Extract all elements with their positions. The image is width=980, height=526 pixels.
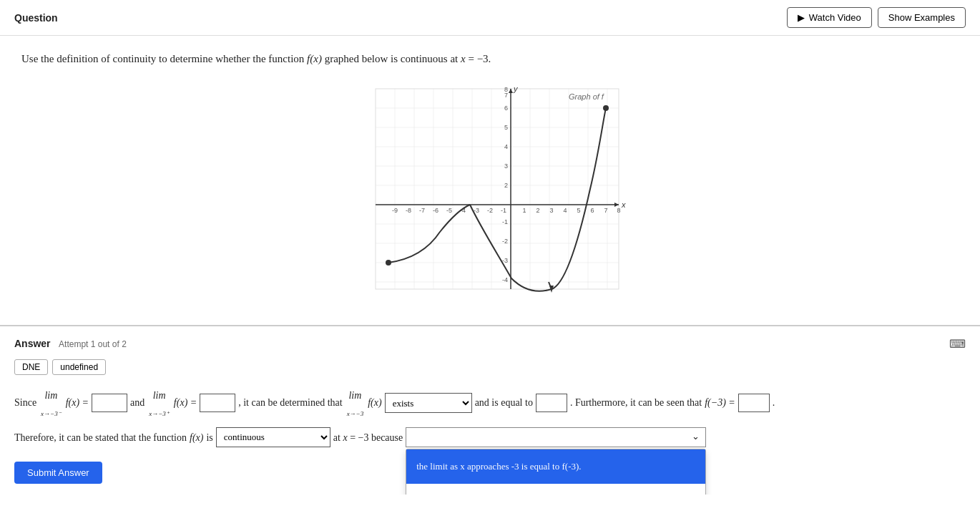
svg-point-57 [386, 260, 391, 266]
svg-text:4: 4 [504, 143, 508, 150]
svg-text:-2: -2 [487, 207, 493, 214]
keyboard-icon[interactable]: ⌨ [949, 337, 966, 351]
exists-select[interactable]: exists does not exist [385, 393, 472, 413]
svg-text:6: 6 [504, 104, 508, 112]
svg-text:6: 6 [590, 207, 594, 214]
svg-text:-8: -8 [406, 207, 411, 214]
svg-text:8: 8 [504, 86, 508, 93]
svg-point-58 [603, 105, 609, 111]
svg-text:1: 1 [522, 207, 526, 214]
lim3-notation: lim x→−3 [347, 385, 364, 422]
answer-section: Answer Attempt 1 out of 2 ⌨ DNE undefine… [0, 325, 980, 495]
svg-rect-0 [376, 89, 619, 289]
submit-button[interactable]: Submit Answer [14, 462, 102, 484]
answer-row-2: Therefore, it can be stated that the fun… [14, 427, 966, 449]
dropdown-display[interactable]: ⌄ [406, 427, 706, 447]
undefined-button[interactable]: undefined [52, 359, 106, 375]
answer-header: Answer Attempt 1 out of 2 ⌨ [14, 337, 966, 351]
page-header: Question ▶ Watch Video Show Examples [0, 0, 980, 36]
is-label: is [206, 427, 212, 449]
func3-label: f(x) [368, 392, 381, 414]
svg-text:8: 8 [617, 207, 620, 214]
it-can-text: , it can be determined that [238, 392, 342, 414]
answer-title: Answer [14, 338, 51, 349]
since-text: Since [14, 392, 36, 414]
header-buttons: ▶ Watch Video Show Examples [787, 7, 966, 28]
and-text-1: and [130, 392, 144, 414]
watch-video-button[interactable]: ▶ Watch Video [787, 7, 872, 28]
continuity-select[interactable]: continuous discontinuous [216, 427, 330, 447]
limit-value-input[interactable] [536, 394, 567, 412]
svg-text:2: 2 [504, 182, 508, 189]
function-graph: x y -9 -8 -7 -6 -5 -4 -3 -2 -1 1 2 [354, 82, 626, 303]
svg-text:-5: -5 [446, 207, 452, 214]
special-buttons-row: DNE undefined [14, 359, 966, 375]
svg-text:-7: -7 [419, 207, 425, 214]
graph-container: x y -9 -8 -7 -6 -5 -4 -3 -2 -1 1 2 [21, 82, 959, 303]
furthermore-text: . Furthermore, it can be seen that [570, 392, 702, 414]
dne-button[interactable]: DNE [14, 359, 48, 375]
svg-text:-4: -4 [502, 276, 508, 283]
svg-text:7: 7 [604, 207, 607, 214]
therefore-text: Therefore, it can be stated that the fun… [14, 427, 187, 449]
svg-text:4: 4 [563, 207, 567, 214]
play-icon: ▶ [798, 12, 805, 23]
svg-text:3: 3 [549, 207, 553, 214]
f-neg3-label: f(−3) = [705, 392, 735, 414]
svg-text:x: x [621, 200, 626, 209]
f-value-input[interactable] [738, 394, 770, 412]
question-text: Use the definition of continuity to dete… [21, 50, 959, 67]
svg-text:-1: -1 [501, 207, 506, 214]
answer-row-1: Since lim x→−3⁻ f(x) = and lim x→−3⁺ f(x… [14, 385, 966, 422]
lim1-notation: lim x→−3⁻ [41, 385, 62, 422]
attempt-label: Attempt 1 out of 2 [59, 339, 127, 349]
because-dropdown-menu: the limit as x approaches -3 is equal to… [406, 449, 706, 495]
func2-label: f(x) = [174, 392, 197, 414]
func1-label: f(x) = [66, 392, 89, 414]
svg-text:-2: -2 [502, 238, 508, 245]
svg-text:5: 5 [577, 207, 580, 214]
svg-text:2: 2 [536, 207, 539, 214]
because-dropdown-container: the limit as x approaches -3 is equal to… [406, 427, 706, 449]
lim2-notation: lim x→−3⁺ [149, 385, 170, 422]
because-option-1[interactable]: the limit as x approaches -3 is equal to… [406, 449, 705, 484]
period1: . [773, 392, 775, 414]
because-dropdown-trigger: ⌄ the limit as x approaches -3 is equal … [406, 427, 706, 447]
because-option-2[interactable]: the limit as x approaches -3 exists, but… [406, 484, 705, 495]
show-examples-button[interactable]: Show Examples [878, 7, 966, 28]
func-label: f(x) [190, 427, 203, 449]
and-equal-text: and is equal to [475, 392, 533, 414]
at-x-text: at x = −3 because [333, 427, 403, 449]
svg-text:-6: -6 [433, 207, 438, 214]
page-title: Question [14, 12, 58, 24]
svg-text:3: 3 [504, 162, 508, 170]
graph-label: Graph of f [569, 92, 604, 101]
svg-text:-9: -9 [392, 207, 398, 214]
lim2-input[interactable] [200, 394, 235, 412]
lim1-input[interactable] [92, 394, 127, 412]
svg-text:-1: -1 [502, 218, 508, 225]
svg-text:5: 5 [504, 124, 508, 131]
question-section: Use the definition of continuity to dete… [0, 36, 980, 325]
